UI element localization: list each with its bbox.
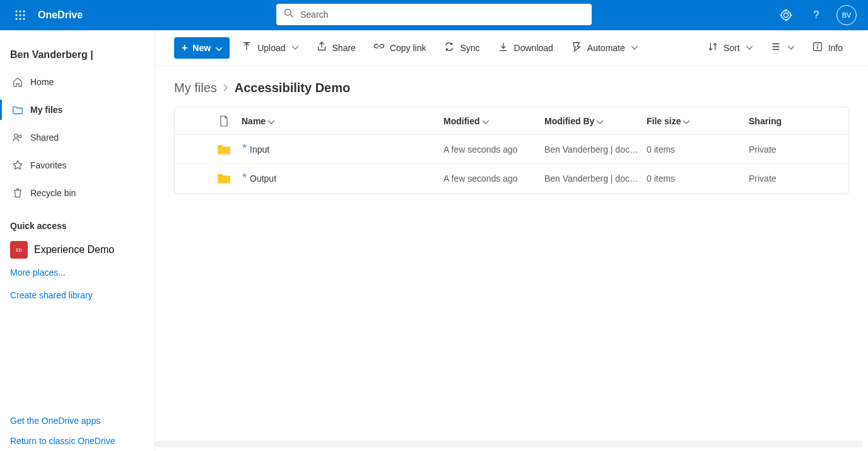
link-icon: [373, 41, 385, 54]
share-icon: [316, 41, 327, 54]
svg-point-13: [19, 135, 21, 138]
share-label: Share: [332, 43, 356, 53]
sync-label: Sync: [460, 43, 479, 53]
table-row[interactable]: ⚹Output A few seconds ago Ben Vanderberg…: [175, 164, 848, 193]
svg-point-4: [20, 15, 21, 16]
table-row[interactable]: ⚹Input A few seconds ago Ben Vanderberg …: [175, 135, 848, 164]
trash-icon: [11, 187, 24, 199]
command-bar: + New Upload Share Copy link Sync: [155, 30, 868, 66]
star-icon: [11, 159, 24, 172]
home-icon: [11, 76, 24, 88]
search-box[interactable]: [276, 4, 592, 25]
chevron-right-icon: [223, 83, 228, 94]
chevron-down-icon: [630, 43, 638, 53]
sidebar-item-label: Shared: [30, 132, 59, 143]
breadcrumb-root[interactable]: My files: [174, 81, 217, 95]
upload-icon: [241, 41, 252, 54]
download-icon: [498, 41, 509, 54]
app-header: OneDrive ? BV: [0, 0, 868, 30]
new-button-label: New: [192, 43, 211, 53]
sidebar-item-label: Favorites: [30, 160, 67, 170]
column-header-modified-by[interactable]: Modified By: [544, 116, 647, 126]
sidebar-item-recycle-bin[interactable]: Recycle bin: [0, 179, 155, 207]
new-indicator-icon: ⚹: [242, 144, 247, 150]
search-icon: [284, 8, 294, 21]
svg-point-2: [23, 11, 25, 13]
new-button[interactable]: + New: [174, 37, 230, 59]
upload-button[interactable]: Upload: [235, 37, 304, 59]
people-icon: [11, 131, 24, 144]
column-type-icon[interactable]: [206, 115, 242, 127]
sync-icon: [443, 41, 455, 54]
chevron-down-icon: [745, 43, 753, 53]
main-content: + New Upload Share Copy link Sync: [155, 30, 868, 451]
chevron-down-icon: [216, 43, 222, 53]
info-icon: [812, 41, 823, 54]
avatar[interactable]: BV: [836, 5, 857, 25]
quick-access-heading: Quick access: [0, 207, 155, 238]
folder-icon: [206, 173, 242, 184]
svg-line-10: [290, 15, 293, 17]
table-header-row: Name Modified Modified By File size: [175, 107, 848, 135]
file-table: Name Modified Modified By File size: [174, 107, 849, 194]
modified-by-cell: Ben Vanderberg | docume: [544, 173, 647, 184]
list-view-icon: [770, 41, 782, 54]
size-cell: 0 items: [647, 144, 749, 155]
column-header-file-size[interactable]: File size: [647, 116, 749, 126]
sidebar-item-favorites[interactable]: Favorites: [0, 151, 155, 179]
modified-cell: A few seconds ago: [443, 173, 544, 184]
sidebar-item-label: Home: [30, 77, 54, 87]
breadcrumb-current: Accessibility Demo: [235, 81, 350, 95]
automate-icon: [571, 41, 582, 54]
automate-button[interactable]: Automate: [565, 37, 644, 59]
share-button[interactable]: Share: [310, 37, 362, 59]
get-apps-link[interactable]: Get the OneDrive apps: [0, 411, 155, 431]
sidebar-item-shared[interactable]: Shared: [0, 124, 155, 151]
column-header-modified[interactable]: Modified: [443, 116, 544, 126]
sidebar-item-label: Recycle bin: [30, 188, 76, 198]
column-header-name[interactable]: Name: [242, 116, 443, 126]
column-header-sharing[interactable]: Sharing: [749, 116, 848, 126]
modified-cell: A few seconds ago: [443, 144, 544, 155]
chevron-down-icon: [268, 116, 274, 126]
create-shared-library-link[interactable]: Create shared library: [0, 284, 155, 307]
sync-button[interactable]: Sync: [437, 37, 486, 59]
copy-link-button[interactable]: Copy link: [367, 37, 433, 59]
help-icon[interactable]: ?: [802, 0, 830, 30]
copy-link-label: Copy link: [390, 43, 426, 53]
download-button[interactable]: Download: [491, 37, 560, 59]
sidebar-item-home[interactable]: Home: [0, 68, 155, 96]
sharing-cell: Private: [749, 144, 848, 155]
info-button[interactable]: Info: [806, 37, 849, 59]
app-launcher-icon[interactable]: [5, 0, 35, 30]
chevron-down-icon: [483, 116, 489, 126]
file-name: Output: [250, 173, 276, 184]
sidebar-item-my-files[interactable]: My files: [0, 96, 155, 124]
svg-point-16: [817, 44, 818, 45]
site-badge: ED: [10, 241, 28, 259]
svg-point-5: [23, 15, 25, 16]
more-places-link[interactable]: More places...: [0, 261, 155, 284]
svg-text:?: ?: [814, 9, 819, 20]
automate-label: Automate: [587, 43, 625, 53]
folder-icon: [11, 103, 24, 116]
svg-point-9: [285, 9, 291, 16]
modified-by-cell: Ben Vanderberg | docume: [544, 144, 647, 155]
upload-label: Upload: [257, 43, 285, 53]
settings-icon[interactable]: [772, 0, 800, 30]
svg-point-8: [23, 18, 25, 20]
quick-access-label: Experience Demo: [34, 244, 114, 255]
search-input[interactable]: [300, 9, 584, 20]
svg-point-3: [16, 15, 18, 16]
horizontal-scrollbar[interactable]: [155, 441, 863, 447]
folder-icon: [206, 144, 242, 155]
quick-access-item[interactable]: ED Experience Demo: [0, 238, 155, 261]
chevron-down-icon: [683, 116, 689, 126]
app-name[interactable]: OneDrive: [38, 9, 83, 21]
classic-onedrive-link[interactable]: Return to classic OneDrive: [0, 431, 155, 451]
info-label: Info: [828, 43, 843, 53]
view-button[interactable]: [764, 37, 801, 59]
sort-icon: [707, 41, 718, 54]
user-name: Ben Vanderberg |: [0, 42, 155, 68]
sort-button[interactable]: Sort: [701, 37, 759, 59]
